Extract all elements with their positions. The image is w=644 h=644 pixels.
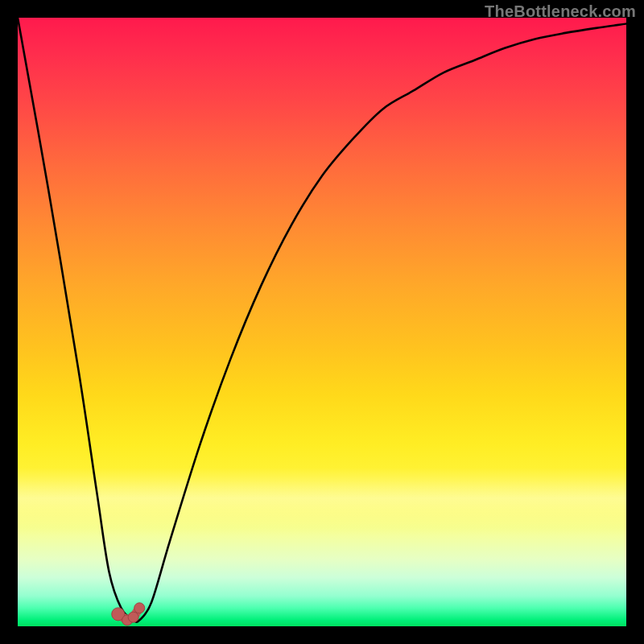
plot-area xyxy=(18,18,626,626)
chart-svg xyxy=(18,18,626,626)
marker-dot xyxy=(128,612,138,622)
outer-frame: TheBottleneck.com xyxy=(0,0,644,644)
marker-dot xyxy=(134,603,145,613)
marker-group xyxy=(112,603,145,625)
bottleneck-curve xyxy=(18,18,626,622)
